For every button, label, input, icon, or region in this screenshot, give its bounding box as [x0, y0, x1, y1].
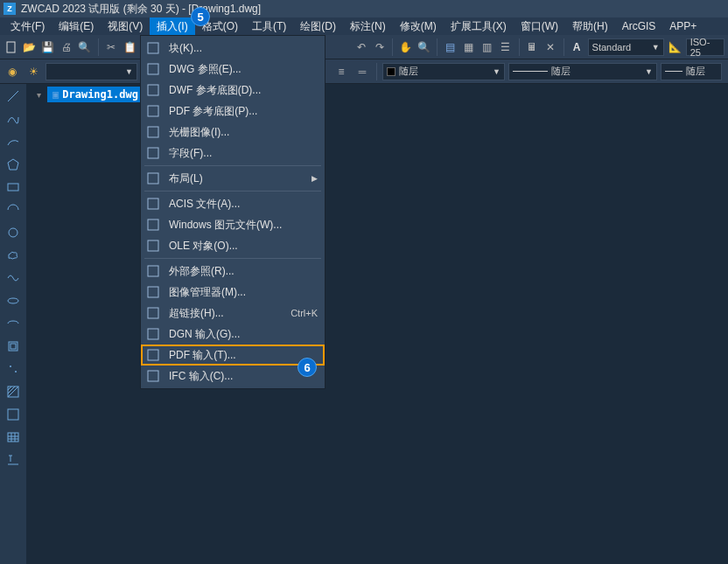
- svg-rect-26: [148, 43, 158, 53]
- svg-line-12: [8, 386, 15, 393]
- tab-label: Drawing1.dwg: [62, 88, 138, 101]
- copy-button[interactable]: 📋: [122, 38, 137, 56]
- arc2-tool[interactable]: [4, 201, 22, 219]
- table-tool[interactable]: [4, 428, 22, 446]
- tab-prev-button[interactable]: ▾: [32, 87, 46, 101]
- title-bar: Z ZWCAD 2023 试用版 (剩余 30 天) - [Drawing1.d…: [0, 0, 728, 17]
- menu-express[interactable]: 扩展工具(X): [444, 17, 514, 36]
- rectangle-tool[interactable]: [4, 178, 22, 196]
- chevron-down-icon: ▼: [645, 67, 653, 76]
- circle-tool[interactable]: [4, 224, 22, 241]
- block-button[interactable]: ▦: [461, 38, 476, 56]
- ellipse-arc-tool[interactable]: [4, 315, 22, 332]
- erase-button[interactable]: ✕: [543, 38, 558, 56]
- calculator-button[interactable]: 🖩: [524, 38, 539, 56]
- text-tool[interactable]: [4, 451, 22, 469]
- dimstyle-icon[interactable]: 📐: [668, 38, 682, 56]
- menu-item[interactable]: 超链接(H)...Ctrl+K: [141, 303, 325, 324]
- menu-arcgis[interactable]: ArcGIS: [615, 18, 663, 34]
- svg-rect-30: [148, 127, 158, 137]
- tab-active[interactable]: ▣ Drawing1.dwg: [47, 87, 144, 102]
- linetype-combo[interactable]: 随层 ▼: [508, 63, 657, 80]
- menu-item[interactable]: 字段(F)...: [141, 143, 325, 164]
- dimstyle-value: ISO-25: [690, 37, 720, 58]
- lineweight-button[interactable]: ═: [354, 63, 371, 80]
- toolbar-layers: ◉ ☀ ▼ ≡ ═ 随层 ▼ 随层 ▼ 随层: [0, 59, 728, 84]
- menu-item-icon: [146, 41, 160, 55]
- menu-item[interactable]: PDF 参考底图(P)...: [141, 101, 325, 122]
- print-button[interactable]: 🖨: [59, 38, 74, 56]
- pan-button[interactable]: ✋: [398, 38, 413, 56]
- layer-properties-button[interactable]: ◉: [4, 63, 21, 80]
- menu-tools[interactable]: 工具(T): [245, 17, 293, 36]
- menu-item-icon: [146, 104, 160, 118]
- revcloud-tool[interactable]: [4, 247, 22, 264]
- color-combo[interactable]: 随层 ▼: [382, 63, 505, 80]
- svg-line-1: [8, 91, 18, 101]
- color-swatch: [387, 67, 396, 76]
- menu-insert[interactable]: 插入(I): [150, 17, 194, 36]
- menu-item[interactable]: 外部参照(R)...: [141, 261, 325, 282]
- textstyle-combo[interactable]: Standard ▼: [588, 38, 664, 56]
- point-tool[interactable]: [4, 360, 22, 378]
- menu-dimension[interactable]: 标注(N): [343, 17, 393, 36]
- menu-item-icon: [146, 264, 160, 278]
- line-tool[interactable]: [4, 87, 22, 105]
- textstyle-icon[interactable]: A: [569, 38, 584, 56]
- menu-draw[interactable]: 绘图(D): [293, 17, 343, 36]
- redo-button[interactable]: ↷: [372, 38, 387, 56]
- hatch-tool[interactable]: [4, 383, 22, 400]
- menu-item[interactable]: DWF 参考底图(D)...: [141, 80, 325, 101]
- menu-app[interactable]: APP+: [662, 18, 704, 34]
- menu-view[interactable]: 视图(V): [101, 17, 150, 36]
- zoom-button[interactable]: 🔍: [416, 38, 431, 56]
- spline2-tool[interactable]: [4, 269, 22, 287]
- menu-item[interactable]: PDF 输入(T)...: [141, 345, 325, 366]
- save-button[interactable]: 💾: [40, 38, 55, 56]
- lineweight-combo[interactable]: 随层: [661, 63, 722, 80]
- menu-item[interactable]: 块(K)...: [141, 38, 325, 59]
- menu-item[interactable]: 光栅图像(I)...: [141, 122, 325, 143]
- new-button[interactable]: [4, 38, 18, 56]
- undo-button[interactable]: ↶: [354, 38, 368, 56]
- block-tool[interactable]: [4, 338, 22, 355]
- ellipse-tool[interactable]: [4, 292, 22, 310]
- menu-item[interactable]: 图像管理器(M)...: [141, 282, 325, 303]
- menu-window[interactable]: 窗口(W): [514, 17, 565, 36]
- drawing-canvas[interactable]: [26, 84, 728, 564]
- svg-rect-36: [148, 266, 158, 276]
- properties-button[interactable]: ☰: [498, 38, 513, 56]
- dimstyle-combo[interactable]: ISO-25: [686, 38, 724, 56]
- open-button[interactable]: 📂: [22, 38, 37, 56]
- menu-item[interactable]: ACIS 文件(A)...: [141, 193, 325, 214]
- menu-item-icon: [146, 197, 160, 211]
- menu-item[interactable]: DWG 参照(E)...: [141, 59, 325, 80]
- menu-item[interactable]: OLE 对象(O)...: [141, 235, 325, 256]
- menu-item-label: 超链接(H)...: [169, 306, 282, 321]
- spline-tool[interactable]: [4, 110, 22, 128]
- menu-item-icon: [146, 239, 160, 253]
- menu-item-label: PDF 输入(T)...: [169, 348, 318, 363]
- sun-icon[interactable]: ☀: [24, 63, 42, 80]
- layers-button[interactable]: ▤: [443, 38, 458, 56]
- polygon-tool[interactable]: [4, 156, 22, 173]
- menu-help[interactable]: 帮助(H): [565, 17, 615, 36]
- linetype-button[interactable]: ≡: [332, 63, 350, 80]
- color-value: 随层: [399, 65, 418, 78]
- cut-button[interactable]: ✂: [103, 38, 118, 56]
- arc-tool[interactable]: [4, 133, 22, 150]
- preview-button[interactable]: 🔍: [77, 38, 92, 56]
- linetype-value: 随层: [551, 65, 570, 78]
- svg-rect-0: [7, 42, 15, 52]
- menu-item[interactable]: DGN 输入(G)...: [141, 324, 325, 345]
- svg-rect-34: [148, 219, 158, 230]
- menu-item[interactable]: 布局(L)▶: [141, 168, 325, 189]
- menu-edit[interactable]: 编辑(E): [52, 17, 101, 36]
- menu-modify[interactable]: 修改(M): [393, 17, 444, 36]
- menu-item[interactable]: Windows 图元文件(W)...: [141, 214, 325, 235]
- svg-rect-27: [148, 64, 158, 74]
- table-button[interactable]: ▥: [480, 38, 494, 56]
- region-tool[interactable]: [4, 406, 22, 423]
- layer-combo[interactable]: ▼: [46, 63, 137, 80]
- menu-file[interactable]: 文件(F): [4, 17, 52, 36]
